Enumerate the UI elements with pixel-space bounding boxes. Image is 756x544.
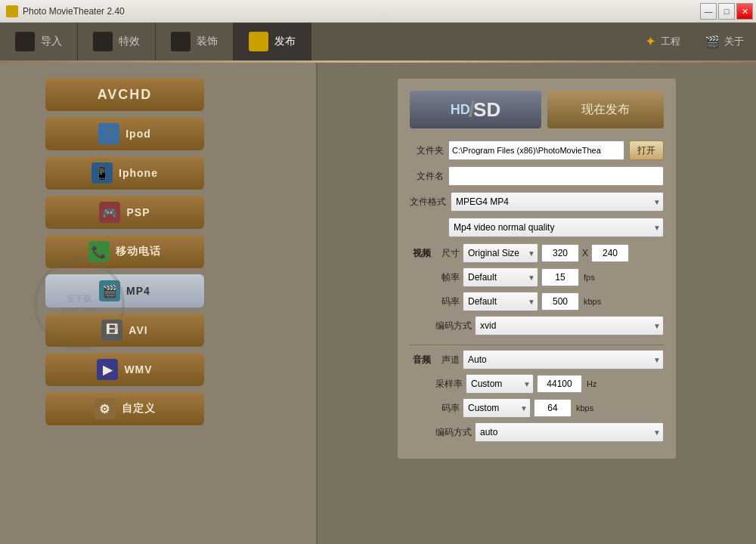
iphone-label: Iphone: [119, 167, 158, 179]
device-btn-psp[interactable]: 🎮 PSP: [45, 196, 204, 229]
folder-label: 文件夹: [410, 144, 444, 157]
nav-item-decor[interactable]: 装饰: [156, 23, 234, 60]
file-format-select[interactable]: MPEG4 MP4: [451, 192, 664, 212]
mobile-icon: 📞: [88, 241, 110, 262]
folder-row: 文件夹 打开: [410, 141, 664, 160]
audio-encoding-select-wrapper: auto ▼: [475, 422, 664, 442]
window-controls: — □ ✕: [700, 3, 753, 20]
video-fps-row: 帧率 Default ▼ fps: [435, 267, 664, 287]
device-btn-ipod[interactable]: 🎵 Ipod: [45, 117, 204, 150]
quality-select-wrapper: Mp4 video normal quality ▼: [448, 218, 664, 237]
maximize-button[interactable]: □: [718, 3, 735, 20]
video-fps-label: 帧率: [435, 271, 460, 284]
mp4-icon: 🎬: [99, 280, 120, 301]
audio-channels-row: 声道 Auto ▼: [435, 350, 664, 369]
video-bitrate-row: 码率 Default ▼ kbps: [435, 292, 664, 311]
psp-icon: 🎮: [99, 202, 120, 223]
audio-bitrate-select-wrapper: Custom ▼: [463, 398, 531, 418]
video-width-input[interactable]: [541, 244, 579, 262]
audio-channels-select[interactable]: Auto: [463, 350, 664, 369]
audio-samplerate-input[interactable]: [537, 375, 582, 393]
nav-project[interactable]: ✦ 工程: [633, 23, 692, 60]
hd-text: HD: [451, 102, 470, 118]
video-encoding-select-wrapper: xvid ▼: [475, 316, 664, 335]
psp-label: PSP: [126, 206, 150, 218]
quality-select[interactable]: Mp4 video normal quality: [448, 218, 664, 237]
audio-section: 音频 声道 Auto ▼ 采样率: [410, 350, 664, 447]
avchd-label: AVCHD: [98, 87, 153, 103]
audio-bitrate-preset-select[interactable]: Custom: [463, 398, 531, 418]
video-bitrate-preset-select[interactable]: Default: [463, 292, 538, 311]
audio-encoding-label: 编码方式: [435, 426, 472, 439]
audio-settings: 声道 Auto ▼ 采样率 Custom: [435, 350, 664, 447]
video-bitrate-label: 码率: [435, 295, 460, 308]
audio-bitrate-label: 码率: [435, 402, 460, 415]
nav-publish-label: 发布: [274, 35, 296, 48]
publish-card: HD / SD 现在发布 文件夹 打开 文件名 文件格: [397, 78, 677, 459]
top-nav: 导入 特效 装饰 发布 ✦ 工程 🎬 关于: [0, 23, 756, 60]
audio-channels-label: 声道: [435, 354, 460, 366]
open-folder-button[interactable]: 打开: [629, 141, 664, 160]
quality-preset-row: Mp4 video normal quality ▼: [410, 218, 664, 237]
minimize-button[interactable]: —: [700, 3, 717, 20]
device-btn-custom[interactable]: ⚙ 自定义: [45, 392, 204, 425]
import-icon: [15, 32, 35, 51]
wmv-label: WMV: [124, 363, 152, 376]
video-fps-preset-select[interactable]: Default: [463, 267, 538, 287]
video-fps-select-wrapper: Default ▼: [463, 267, 538, 287]
nav-about[interactable]: 🎬 关于: [692, 23, 756, 60]
video-bitrate-input[interactable]: [541, 292, 579, 311]
app-icon: [6, 5, 18, 17]
format-toggle: HD / SD 现在发布: [410, 91, 664, 128]
publish-now-button[interactable]: 现在发布: [547, 91, 664, 128]
video-bitrate-unit: kbps: [584, 297, 601, 306]
mp4-label: MP4: [126, 285, 150, 297]
left-panel: AVCHD 🎵 Ipod 📱 Iphone 🎮 PSP 📞 移动电话 🎬 MP4: [0, 63, 318, 544]
audio-samplerate-select-wrapper: Custom ▼: [466, 374, 534, 394]
video-x-label: X: [582, 248, 588, 258]
nav-item-effects[interactable]: 特效: [78, 23, 156, 60]
audio-bitrate-unit: kbps: [576, 403, 593, 413]
app-title: Photo MovieTheater 2.40: [23, 6, 125, 17]
audio-bitrate-row: 码率 Custom ▼ kbps: [435, 398, 664, 418]
about-icon: 🎬: [705, 35, 720, 49]
video-height-input[interactable]: [591, 244, 629, 262]
main-content: AVCHD 🎵 Ipod 📱 Iphone 🎮 PSP 📞 移动电话 🎬 MP4: [0, 63, 756, 544]
iphone-icon: 📱: [91, 162, 113, 184]
file-format-select-wrapper: MPEG4 MP4 ▼: [451, 192, 664, 212]
slash: /: [469, 97, 475, 122]
audio-bitrate-input[interactable]: [534, 399, 572, 417]
avi-icon: 🎞: [101, 320, 122, 341]
nav-import-label: 导入: [41, 35, 62, 48]
device-btn-avchd[interactable]: AVCHD: [45, 78, 204, 111]
nav-effects-label: 特效: [119, 35, 140, 48]
nav-item-import[interactable]: 导入: [0, 23, 78, 60]
mobile-label: 移动电话: [116, 245, 161, 258]
ipod-icon: 🎵: [98, 123, 119, 144]
video-encoding-select[interactable]: xvid: [475, 316, 664, 335]
hd-sd-button[interactable]: HD / SD: [410, 91, 541, 128]
device-btn-iphone[interactable]: 📱 Iphone: [45, 156, 204, 190]
section-separator: [410, 345, 664, 345]
decor-icon: [171, 32, 191, 51]
nav-about-label: 关于: [724, 35, 744, 48]
device-btn-mp4[interactable]: 🎬 MP4: [45, 274, 204, 308]
close-button[interactable]: ✕: [736, 3, 753, 20]
video-encoding-label: 编码方式: [435, 320, 472, 332]
audio-channels-select-wrapper: Auto ▼: [463, 350, 664, 369]
publish-icon: [249, 32, 268, 51]
device-btn-wmv[interactable]: ▶ WMV: [45, 353, 204, 386]
audio-encoding-select[interactable]: auto: [475, 422, 664, 442]
device-btn-mobile[interactable]: 📞 移动电话: [45, 235, 204, 268]
filename-label: 文件名: [410, 170, 444, 183]
video-fps-input[interactable]: [541, 268, 579, 286]
device-btn-avi[interactable]: 🎞 AVI: [45, 314, 204, 347]
filename-input[interactable]: [448, 166, 664, 186]
video-size-preset-select[interactable]: Original Size: [463, 243, 538, 263]
file-format-row: 文件格式 MPEG4 MP4 ▼: [410, 192, 664, 212]
audio-samplerate-row: 采样率 Custom ▼ Hz: [435, 374, 664, 394]
nav-item-publish[interactable]: 发布: [234, 23, 311, 60]
audio-samplerate-preset-select[interactable]: Custom: [466, 374, 534, 394]
folder-input[interactable]: [448, 141, 624, 160]
avi-label: AVI: [129, 324, 147, 336]
